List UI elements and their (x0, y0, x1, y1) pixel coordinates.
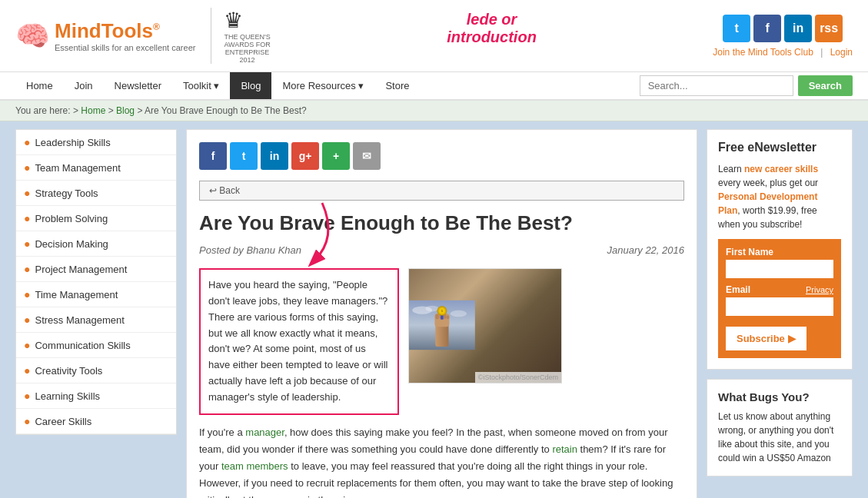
share-googleplus[interactable]: g+ (291, 142, 319, 170)
sidebar-label: Decision Making (35, 238, 108, 250)
queen-award: ♛ THE QUEEN'SAWARDS FORENTERPRISE2012 (211, 8, 270, 64)
share-linkedin[interactable]: in (261, 142, 288, 170)
sidebar-item-communication-skills[interactable]: ● Communication Skills (16, 333, 176, 358)
new-career-skills-link[interactable]: new career skills (744, 164, 818, 174)
article-meta: Posted by Bhanu Khan January 22, 2016 (199, 244, 684, 256)
queen-award-icon: ♛ (224, 8, 243, 32)
personal-dev-plan-link[interactable]: Personal Development Plan (718, 191, 817, 216)
nav-store[interactable]: Store (374, 72, 420, 99)
logo-area: 🧠 MindTools® Essential skills for an exc… (15, 8, 271, 64)
bullet-icon: ● (24, 161, 30, 174)
sidebar-item-leadership-skills[interactable]: ● Leadership Skills (16, 130, 176, 155)
sidebar-item-problem-solving[interactable]: ● Problem Solving (16, 206, 176, 231)
article-paragraph-2: If you're a manager, how does this sayin… (199, 424, 684, 498)
sidebar-item-strategy-tools[interactable]: ● Strategy Tools (16, 181, 176, 206)
twitter-icon[interactable]: t (723, 15, 750, 42)
whats-wrong-body: Let us know about anything wrong, or any… (718, 410, 841, 465)
linkedin-icon[interactable]: in (784, 15, 812, 42)
back-button[interactable]: ↩ Back (199, 181, 684, 201)
nav-home[interactable]: Home (15, 72, 64, 99)
nav-blog[interactable]: Blog (230, 72, 271, 99)
hero-image-svg: 1 (409, 267, 475, 383)
email-input[interactable] (726, 297, 833, 316)
sidebar-item-creativity-tools[interactable]: ● Creativity Tools (16, 358, 176, 383)
sidebar-label: Leadership Skills (35, 137, 110, 148)
article-body: Have you heard the saying, "People don't… (199, 268, 684, 414)
team-link[interactable]: team members (221, 460, 288, 472)
retain-link[interactable]: retain (552, 443, 577, 455)
nav-join[interactable]: Join (64, 72, 104, 99)
breadcrumb-current: Are You Brave Enough to Be The Best? (145, 105, 307, 116)
sidebar-item-project-management[interactable]: ● Project Management (16, 257, 176, 282)
bullet-icon: ● (24, 136, 30, 148)
nav-toolkit[interactable]: Toolkit ▾ (172, 72, 230, 99)
bullet-icon: ● (24, 339, 30, 351)
social-links-area: t f in rss Join the Mind Tools Club | Lo… (713, 15, 853, 58)
nav-newsletter[interactable]: Newsletter (104, 72, 172, 99)
rss-icon[interactable]: rss (815, 15, 843, 42)
sidebar-label: Strategy Tools (35, 188, 98, 199)
manager-link[interactable]: manager (245, 427, 284, 438)
site-header: 🧠 MindTools® Essential skills for an exc… (0, 0, 868, 72)
article-content: f t in g+ + ✉ ↩ Back Are You Brave Enoug… (186, 129, 697, 498)
bullet-icon: ● (24, 364, 30, 377)
sidebar-item-stress-management[interactable]: ● Stress Management (16, 307, 176, 333)
article-title: Are You Brave Enough to Be The Best? (199, 211, 684, 235)
share-bar: f t in g+ + ✉ (199, 142, 684, 170)
breadcrumb-home[interactable]: Home (81, 105, 105, 116)
bullet-icon: ● (24, 314, 30, 326)
sidebar-label: Project Management (35, 264, 127, 275)
whats-wrong-title: What Bugs You? (718, 390, 841, 403)
login-link[interactable]: Login (830, 47, 853, 58)
bullet-icon: ● (24, 390, 30, 402)
sidebar-item-time-management[interactable]: ● Time Management (16, 282, 176, 307)
header-links: Join the Mind Tools Club | Login (713, 47, 853, 58)
whats-wrong-box: What Bugs You? Let us know about anythin… (707, 379, 853, 476)
svg-rect-14 (441, 316, 443, 320)
main-layout: ● Leadership Skills ● Team Management ● … (0, 121, 868, 498)
subscribe-button[interactable]: Subscribe ▶ (726, 327, 806, 350)
sidebar-label: Problem Solving (35, 213, 108, 224)
share-email[interactable]: ✉ (353, 142, 381, 170)
brain-icon: 🧠 (15, 20, 50, 52)
sidebar-item-career-skills[interactable]: ● Career Skills (16, 409, 176, 434)
article-author: Posted by Bhanu Khan (199, 244, 301, 256)
share-more[interactable]: + (322, 142, 350, 170)
hero-image: 1 ©iStockphoto/SonerCdem (408, 268, 562, 383)
facebook-icon[interactable]: f (753, 15, 781, 42)
you-are-here-label: You are here: (15, 105, 71, 116)
email-row: Email Privacy (726, 284, 833, 295)
first-name-input[interactable] (726, 260, 833, 278)
sidebar: ● Leadership Skills ● Team Management ● … (15, 129, 177, 435)
sidebar-label: Communication Skills (35, 340, 130, 351)
share-facebook[interactable]: f (199, 142, 227, 170)
share-twitter[interactable]: t (230, 142, 258, 170)
nav-more-resources[interactable]: More Resources ▾ (271, 72, 374, 99)
sidebar-item-team-management[interactable]: ● Team Management (16, 155, 176, 181)
trademark: ® (153, 22, 160, 32)
search-input[interactable] (640, 75, 793, 96)
social-icons: t f in rss (723, 15, 843, 42)
email-label: Email (726, 284, 750, 295)
subscribe-arrow-icon: ▶ (788, 333, 796, 344)
nav-items: Home Join Newsletter Toolkit ▾ Blog More… (15, 72, 421, 99)
newsletter-form: First Name Email Privacy Subscribe ▶ (718, 239, 841, 358)
newsletter-body: Learn new career skills every week, plus… (718, 162, 841, 231)
sidebar-label: Stress Management (35, 314, 124, 326)
right-column: Free eNewsletter Learn new career skills… (707, 129, 853, 498)
privacy-link[interactable]: Privacy (806, 285, 833, 294)
join-club-link[interactable]: Join the Mind Tools Club (713, 47, 813, 58)
newsletter-box: Free eNewsletter Learn new career skills… (707, 129, 853, 370)
sidebar-item-learning-skills[interactable]: ● Learning Skills (16, 383, 176, 409)
search-button[interactable]: Search (798, 75, 853, 96)
main-nav: Home Join Newsletter Toolkit ▾ Blog More… (0, 72, 868, 101)
breadcrumb-blog[interactable]: Blog (116, 105, 135, 116)
bullet-icon: ● (24, 237, 30, 250)
breadcrumb: You are here: > Home > Blog > Are You Br… (0, 101, 868, 121)
sidebar-label: Learning Skills (35, 390, 100, 402)
bullet-icon: ● (24, 263, 30, 275)
sidebar-item-decision-making[interactable]: ● Decision Making (16, 231, 176, 257)
logo[interactable]: 🧠 MindTools® Essential skills for an exc… (15, 19, 195, 52)
article-date: January 22, 2016 (607, 244, 684, 256)
logo-tagline: Essential skills for an excellent career (55, 43, 195, 52)
